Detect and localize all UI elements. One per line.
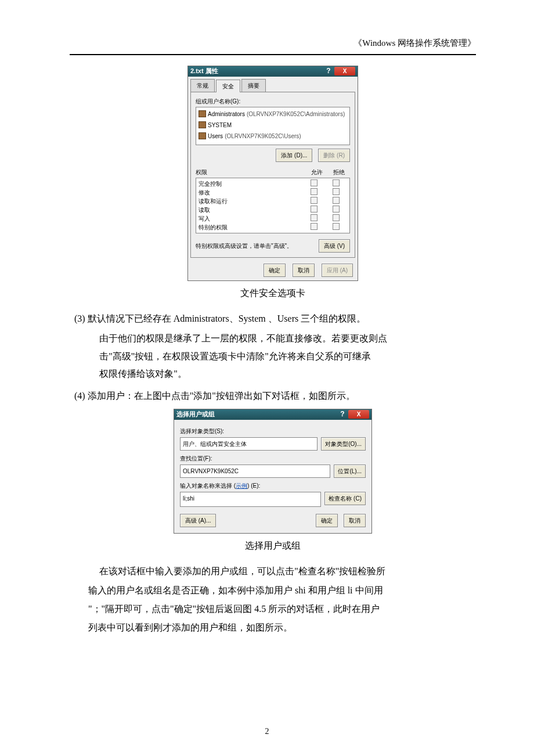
- dialog2-cancel-button[interactable]: 取消: [344, 514, 366, 527]
- dialog2-advanced-button[interactable]: 高级 (A)...: [180, 514, 216, 527]
- add-button[interactable]: 添加 (D)...: [276, 149, 312, 162]
- tab-general[interactable]: 常规: [190, 79, 215, 92]
- allow-checkbox[interactable]: [311, 188, 317, 195]
- figure-caption-2: 选择用户或组: [70, 537, 476, 555]
- deny-checkbox[interactable]: [333, 197, 340, 204]
- item-3-l4: 权限传播给该对象"。: [99, 365, 476, 383]
- item-4-text: 添加用户：在上图中点击"添加"按钮弹出如下对话框，如图所示。: [88, 391, 355, 401]
- allow-checkbox[interactable]: [311, 179, 317, 186]
- remove-button[interactable]: 删除 (R): [318, 149, 350, 162]
- cancel-button[interactable]: 取消: [293, 264, 315, 277]
- help-icon[interactable]: ?: [338, 408, 347, 421]
- para2-l4: 列表中可以看到刚才添加的用户和组，如图所示。: [70, 619, 476, 636]
- allow-checkbox[interactable]: [311, 197, 317, 204]
- list-item[interactable]: Administrators (OLRVNXP7K9K052C\Administ…: [197, 109, 348, 120]
- page-header: 《Windows 网络操作系统管理》: [70, 35, 476, 52]
- perm-write: 写入: [199, 215, 303, 222]
- allow-checkbox[interactable]: [311, 223, 317, 230]
- item-4-num: (4): [74, 391, 85, 401]
- group-icon: [199, 121, 206, 128]
- loc-button[interactable]: 位置(L)...: [334, 465, 366, 478]
- perm-readexec: 读取和运行: [199, 197, 303, 205]
- perm-read: 读取: [199, 206, 303, 214]
- tab-summary[interactable]: 摘要: [241, 79, 266, 92]
- perm-modify: 修改: [199, 189, 303, 196]
- advanced-button[interactable]: 高级 (V): [319, 239, 350, 253]
- group-icon: [199, 110, 206, 117]
- ok-button[interactable]: 确定: [264, 264, 286, 277]
- properties-dialog: 2.txt 属性 ? X 常规 安全 摘要 组或用户名称(G): Adminis…: [187, 66, 358, 281]
- dialog1-titlebar: 2.txt 属性 ? X: [188, 66, 358, 77]
- item-3: (3) 默认情况下已经存在 Administrators、System 、Use…: [70, 310, 476, 327]
- perm-special: 特别的权限: [199, 224, 303, 231]
- apply-button[interactable]: 应用 (A): [322, 264, 353, 277]
- dialog2-title: 选择用户或组: [176, 408, 215, 420]
- item-3-l1: 默认情况下已经存在 Administrators、System 、Users 三…: [88, 314, 366, 323]
- header-rule: [70, 54, 476, 55]
- allow-checkbox[interactable]: [311, 214, 317, 221]
- check-names-button[interactable]: 检查名称 (C): [324, 492, 366, 505]
- dialog1-title: 2.txt 属性: [190, 65, 218, 77]
- loc-field[interactable]: OLRVNXP7K9K052C: [180, 465, 330, 478]
- example-link[interactable]: 示例: [236, 483, 247, 489]
- list-item[interactable]: SYSTEM: [197, 120, 348, 131]
- close-icon[interactable]: X: [334, 67, 355, 75]
- objtype-button[interactable]: 对象类型(O)...: [321, 437, 366, 451]
- group-suffix: (OLRVNXP7K9K052C\Administrators): [247, 109, 345, 120]
- group-suffix: (OLRVNXP7K9K052C\Users): [225, 131, 301, 142]
- para2-l1: 在该对话框中输入要添加的用户或组，可以点击"检查名称"按钮检验所: [81, 563, 476, 580]
- item-4: (4) 添加用户：在上图中点击"添加"按钮弹出如下对话框，如图所示。: [70, 387, 476, 405]
- deny-checkbox[interactable]: [333, 179, 340, 186]
- deny-checkbox[interactable]: [333, 188, 340, 195]
- deny-checkbox[interactable]: [333, 206, 340, 213]
- help-icon[interactable]: ?: [324, 64, 333, 78]
- item-3-num: (3): [74, 314, 85, 323]
- para2-l3: "；"隔开即可，点击"确定"按钮后返回图 4.5 所示的对话框，此时在用户: [70, 600, 476, 618]
- group-name: Users: [208, 131, 223, 142]
- dialog1-tabs: 常规 安全 摘要: [190, 79, 355, 92]
- item-3-l2: 由于他们的权限是继承了上一层的权限，不能直接修改。若要更改则点: [99, 330, 476, 347]
- list-item[interactable]: Users (OLRVNXP7K9K052C\Users): [197, 131, 348, 142]
- groups-listbox[interactable]: Administrators (OLRVNXP7K9K052C\Administ…: [196, 107, 350, 145]
- perm-full: 完全控制: [199, 180, 303, 188]
- para2-l2: 输入的用户名或组名是否正确，如本例中添加用户 shi 和用户组 li 中间用: [70, 582, 476, 599]
- perm-header-allow: 允许: [306, 167, 328, 178]
- item-3-l3: 击"高级"按钮，在权限设置选项卡中清除"允许将来自父系的可继承: [99, 348, 476, 365]
- perm-header-label: 权限: [196, 167, 306, 178]
- objtype-field[interactable]: 用户、组或内置安全主体: [180, 437, 317, 451]
- groups-label: 组或用户名称(G):: [196, 96, 350, 107]
- close-icon[interactable]: X: [348, 410, 369, 419]
- figure-caption-1: 文件安全选项卡: [70, 285, 476, 302]
- deny-checkbox[interactable]: [333, 214, 340, 221]
- allow-checkbox[interactable]: [311, 206, 317, 213]
- tab-security[interactable]: 安全: [216, 80, 240, 92]
- names-input[interactable]: li;shi: [180, 492, 321, 507]
- names-label: 输入对象名称来选择 (示例) (E):: [180, 480, 366, 491]
- advanced-text: 特别权限或高级设置，请单击"高级"。: [196, 240, 319, 251]
- select-user-dialog: 选择用户或组 ? X 选择对象类型(S): 用户、组或内置安全主体 对象类型(O…: [174, 409, 372, 534]
- objtype-label: 选择对象类型(S):: [180, 426, 366, 437]
- perm-header-deny: 拒绝: [328, 167, 350, 178]
- loc-label: 查找位置(F):: [180, 453, 366, 464]
- group-name: SYSTEM: [208, 120, 232, 131]
- dialog2-titlebar: 选择用户或组 ? X: [174, 409, 371, 420]
- dialog2-ok-button[interactable]: 确定: [316, 514, 338, 527]
- group-name: Administrators: [208, 109, 245, 120]
- permissions-box: 完全控制 修改 读取和运行 读取 写入 特别的权限: [196, 178, 350, 233]
- deny-checkbox[interactable]: [333, 223, 340, 230]
- page-number: 2: [0, 724, 534, 740]
- group-icon: [199, 132, 206, 139]
